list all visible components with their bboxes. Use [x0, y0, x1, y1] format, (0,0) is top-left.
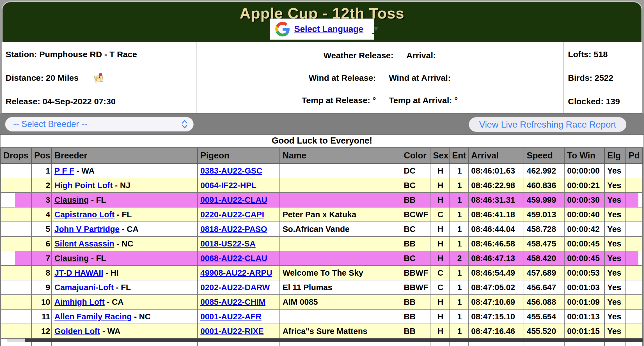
cell-towin: 00:00:00: [564, 163, 604, 178]
table-row: 6 Silent Assassin - NC 0018-US22-SA BB H…: [1, 236, 643, 251]
map-pin-icon[interactable]: [93, 72, 105, 84]
breeder-link[interactable]: Aimhigh Loft: [54, 297, 105, 306]
cell-elg: Yes: [604, 178, 626, 193]
breeder-link[interactable]: Golden Loft: [54, 327, 100, 336]
horizontal-scrollbar[interactable]: [0, 338, 644, 342]
breeder-select[interactable]: -- Select Breeder --: [5, 117, 194, 132]
cell-speed: 460.836: [524, 178, 564, 193]
table-row: 2 High Point Loft - NJ 0064-IF22-HPL BC …: [1, 178, 643, 193]
pigeon-link[interactable]: 0064-IF22-HPL: [200, 181, 256, 190]
cell-ent: 1: [449, 163, 468, 178]
select-language-link[interactable]: Select Language: [294, 24, 363, 34]
breeder-state: - WA: [74, 166, 95, 175]
breeder-state: - CA: [120, 225, 139, 234]
pigeon-link[interactable]: 0202-AU22-DARW: [200, 283, 270, 292]
breeder-link[interactable]: P F F: [54, 166, 74, 175]
cell-towin: 00:00:30: [564, 193, 604, 207]
cell-elg: Yes: [604, 222, 626, 236]
cell-breeder: Allen Family Racing - NC: [52, 309, 198, 324]
table-row: 10 Aimhigh Loft - CA 0085-AU22-CHIM AIM …: [1, 295, 643, 309]
cell-arrival: 08:47:15.10: [468, 309, 524, 324]
cell-sex: H: [430, 193, 449, 207]
view-live-report-button[interactable]: View Live Refreshing Race Report: [469, 117, 626, 132]
scrollbar-track-cap: [7, 339, 26, 342]
pigeon-link[interactable]: 0220-AU22-CAPI: [200, 210, 264, 219]
cell-drops: [1, 266, 31, 280]
cell-pd: [626, 251, 643, 266]
cell-speed: 456.647: [524, 280, 564, 295]
race-title-banner: Apple Cup - 12th Toss Select Language ▼: [2, 1, 642, 42]
breeder-state: - FL: [89, 195, 106, 204]
cell-pigeon: 0085-AU22-CHIM: [198, 295, 280, 309]
breeder-select-value: -- Select Breeder --: [13, 119, 87, 129]
col-pd: Pd: [626, 148, 643, 163]
pigeon-link[interactable]: 0085-AU22-CHIM: [200, 297, 265, 306]
cell-speed: 462.992: [524, 163, 564, 178]
cell-drops: [1, 280, 31, 295]
cell-ent: 1: [449, 178, 468, 193]
cell-pigeon: 0018-US22-SA: [198, 236, 280, 251]
results-table: Drops Pos Breeder Pigeon Name Color Sex …: [0, 147, 643, 346]
cell-name: Welcome To The Sky: [280, 266, 401, 280]
station-line: Station: Pumphouse RD - T Race: [6, 50, 192, 59]
pigeon-link[interactable]: 0001-AU22-AFR: [200, 312, 262, 321]
cell-color: BB: [401, 193, 430, 207]
breeder-link[interactable]: Capistrano Loft: [54, 210, 114, 219]
breeder-link[interactable]: JT-D HAWAII: [54, 268, 103, 277]
cell-color: BCWF: [401, 207, 430, 222]
cell-pd: [626, 295, 643, 309]
cell-towin: 00:00:45: [564, 251, 604, 266]
breeder-link[interactable]: Allen Family Racing: [54, 312, 132, 321]
cell-elg: Yes: [604, 280, 626, 295]
cell-color: BC: [401, 178, 430, 193]
pigeon-link[interactable]: 0001-AU22-RIXE: [200, 327, 264, 336]
cell-color: BB: [401, 295, 430, 309]
cell-pos: 10: [31, 295, 52, 309]
clocked-count: Clocked: 139: [568, 97, 642, 106]
breeder-link[interactable]: Clausing: [54, 195, 89, 204]
cell-pd: [626, 266, 643, 280]
cell-pos: 5: [31, 222, 52, 236]
scrollbar-thumb[interactable]: [25, 338, 643, 342]
translate-dropdown-arrow[interactable]: ▼: [372, 25, 380, 34]
cell-pos: 9: [31, 280, 52, 295]
cell-elg: Yes: [604, 266, 626, 280]
breeder-link[interactable]: High Point Loft: [54, 181, 113, 190]
breeder-link[interactable]: Clausing: [54, 254, 89, 263]
select-chevrons-icon: [182, 119, 188, 129]
cell-pigeon: 0064-IF22-HPL: [198, 178, 280, 193]
table-row: 9 Camajuani-Loft - FL 0202-AU22-DARW El …: [1, 280, 643, 295]
cell-color: BB: [401, 236, 430, 251]
cell-sex: H: [430, 309, 449, 324]
breeder-link[interactable]: Silent Assassin: [54, 239, 114, 248]
cell-sex: C: [430, 207, 449, 222]
breeder-state: - FL: [114, 283, 131, 292]
google-logo-icon: [275, 22, 290, 36]
control-bar: -- Select Breeder -- View Live Refreshin…: [0, 114, 644, 135]
breeder-state: - FL: [89, 254, 106, 263]
release-line: Release: 04-Sep-2022 07:30: [6, 97, 192, 106]
table-row: 4 Capistrano Loft - FL 0220-AU22-CAPI Pe…: [1, 207, 643, 222]
birds-count: Birds: 2522: [568, 73, 642, 83]
cell-name: So.African Vande: [280, 222, 401, 236]
cell-towin: 00:00:40: [564, 207, 604, 222]
cell-pos: 4: [31, 207, 52, 222]
cell-ent: 1: [449, 222, 468, 236]
cell-sex: H: [430, 178, 449, 193]
breeder-link[interactable]: John V Partridge: [54, 225, 120, 234]
pigeon-link[interactable]: 0818-AU22-PASO: [200, 225, 267, 234]
race-report-page: Apple Cup - 12th Toss Select Language ▼ …: [0, 0, 644, 346]
pigeon-link[interactable]: 0383-AU22-GSC: [200, 166, 262, 175]
pigeon-link[interactable]: 0068-AU22-CLAU: [200, 254, 267, 263]
cell-pos: 8: [31, 266, 52, 280]
breeder-link[interactable]: Camajuani-Loft: [54, 283, 114, 292]
wind-release-label: Wind at Release:: [309, 73, 376, 83]
pigeon-link[interactable]: 0091-AU22-CLAU: [200, 195, 267, 204]
cell-pd: [626, 236, 643, 251]
pigeon-link[interactable]: 0018-US22-SA: [200, 239, 256, 248]
cell-color: BB: [401, 324, 430, 338]
cell-pigeon: 0068-AU22-CLAU: [198, 251, 280, 266]
pigeon-link[interactable]: 49908-AU22-ARPU: [200, 268, 272, 277]
cell-pigeon: 0091-AU22-CLAU: [198, 193, 280, 207]
cell-drops: [1, 324, 31, 338]
